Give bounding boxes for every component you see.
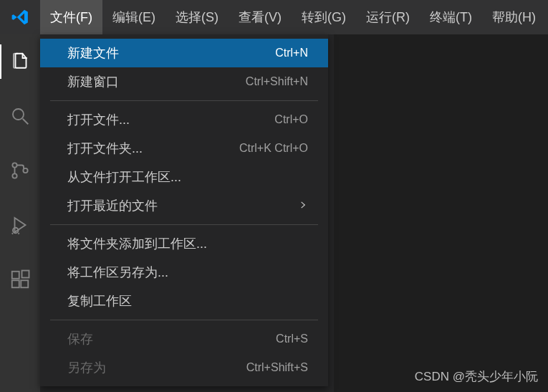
menu-open-folder[interactable]: 打开文件夹... Ctrl+K Ctrl+O — [40, 134, 328, 163]
titlebar: 文件(F) 编辑(E) 选择(S) 查看(V) 转到(G) 运行(R) 终端(T… — [0, 0, 548, 34]
svg-point-3 — [12, 173, 16, 178]
menu-item-label: 将文件夹添加到工作区... — [67, 235, 308, 252]
menu-item-shortcut: Ctrl+K Ctrl+O — [239, 142, 308, 155]
menu-separator — [50, 320, 318, 320]
menu-edit[interactable]: 编辑(E) — [102, 0, 165, 34]
menu-item-shortcut: Ctrl+O — [274, 113, 308, 126]
menu-item-label: 另存为 — [67, 359, 246, 376]
menu-open-workspace-from-file[interactable]: 从文件打开工作区... — [40, 163, 328, 191]
chevron-right-icon — [298, 199, 308, 214]
menu-item-label: 从文件打开工作区... — [67, 168, 308, 186]
svg-point-2 — [12, 163, 16, 167]
file-menu-dropdown: 新建文件 Ctrl+N 新建窗口 Ctrl+Shift+N 打开文件... Ct… — [40, 34, 328, 386]
menu-item-label: 新建文件 — [67, 44, 275, 62]
menu-item-label: 打开文件夹... — [67, 140, 239, 157]
menu-item-label: 保存 — [67, 330, 276, 348]
vscode-logo — [0, 8, 40, 27]
menu-item-shortcut: Ctrl+S — [276, 333, 308, 345]
menu-item-label: 新建窗口 — [67, 73, 246, 90]
menu-save-workspace-as[interactable]: 将工作区另存为... — [40, 258, 328, 287]
menu-new-window[interactable]: 新建窗口 Ctrl+Shift+N — [40, 67, 328, 96]
editor-right-panel — [335, 34, 548, 392]
menu-duplicate-workspace[interactable]: 复制工作区 — [40, 287, 328, 315]
menu-open-recent[interactable]: 打开最近的文件 — [40, 191, 328, 220]
menu-file[interactable]: 文件(F) — [40, 0, 102, 34]
svg-rect-9 — [12, 280, 19, 287]
menu-item-shortcut: Ctrl+Shift+N — [246, 75, 308, 88]
menu-separator — [50, 100, 318, 101]
watermark: CSDN @秃头少年小阮 — [415, 368, 538, 385]
menu-run[interactable]: 运行(R) — [356, 0, 420, 34]
svg-line-7 — [19, 233, 19, 234]
svg-point-4 — [23, 168, 27, 173]
menu-save[interactable]: 保存 Ctrl+S — [40, 325, 328, 353]
menu-add-folder-to-workspace[interactable]: 将文件夹添加到工作区... — [40, 229, 328, 258]
menu-item-shortcut: Ctrl+Shift+S — [246, 361, 308, 374]
menu-view[interactable]: 查看(V) — [229, 0, 292, 34]
menu-item-shortcut: Ctrl+N — [275, 47, 308, 59]
svg-point-0 — [13, 109, 24, 120]
source-control-icon[interactable] — [0, 153, 40, 188]
menu-new-file[interactable]: 新建文件 Ctrl+N — [40, 39, 328, 67]
menu-separator — [50, 224, 318, 225]
svg-rect-10 — [21, 280, 28, 287]
menu-selection[interactable]: 选择(S) — [165, 0, 229, 34]
run-debug-icon[interactable] — [0, 208, 40, 242]
menu-item-label: 复制工作区 — [67, 292, 308, 310]
vscode-icon — [11, 8, 29, 27]
menu-save-as[interactable]: 另存为 Ctrl+Shift+S — [40, 353, 328, 382]
menu-open-file[interactable]: 打开文件... Ctrl+O — [40, 105, 328, 134]
menu-item-label: 打开最近的文件 — [67, 197, 298, 214]
extensions-icon[interactable] — [0, 262, 40, 297]
search-icon[interactable] — [0, 99, 40, 133]
svg-rect-11 — [22, 271, 29, 278]
explorer-icon[interactable] — [0, 44, 40, 79]
activitybar — [0, 34, 40, 392]
menu-help[interactable]: 帮助(H) — [482, 0, 546, 34]
menu-go[interactable]: 转到(G) — [292, 0, 356, 34]
svg-line-1 — [23, 119, 29, 125]
svg-line-6 — [12, 233, 13, 234]
svg-rect-8 — [12, 272, 19, 279]
menu-item-label: 将工作区另存为... — [67, 264, 308, 281]
menubar: 文件(F) 编辑(E) 选择(S) 查看(V) 转到(G) 运行(R) 终端(T… — [40, 0, 546, 34]
menu-item-label: 打开文件... — [67, 111, 274, 128]
menu-terminal[interactable]: 终端(T) — [420, 0, 482, 34]
